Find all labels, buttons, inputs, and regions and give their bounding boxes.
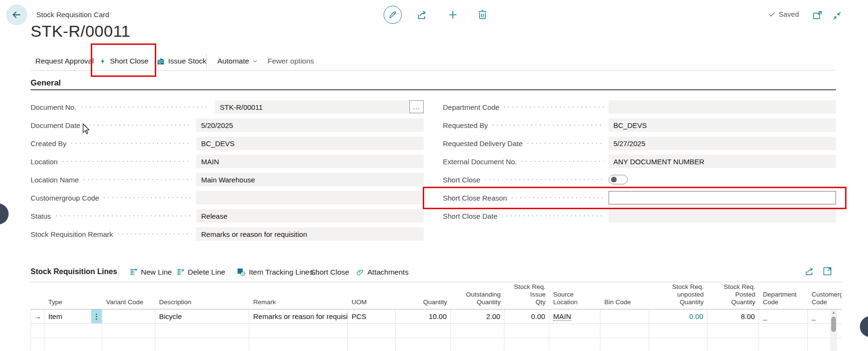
col-header-remark[interactable]: Remark <box>249 298 348 309</box>
col-header-department-code[interactable]: Department Code <box>759 291 808 309</box>
cell-remark[interactable]: Remarks or reason for requisiti... <box>249 309 348 323</box>
back-button[interactable] <box>6 4 27 25</box>
location-name-field[interactable]: Main Warehouse <box>196 173 424 186</box>
field-location: Location MAIN <box>31 155 424 168</box>
status-field[interactable]: Release <box>196 209 424 223</box>
cell-variant-code[interactable] <box>102 309 155 323</box>
col-header-quantity[interactable]: Quantity <box>396 298 451 309</box>
location-field[interactable]: MAIN <box>196 155 424 168</box>
col-header-variant-code[interactable]: Variant Code <box>102 298 155 309</box>
collapse-button[interactable] <box>832 11 842 21</box>
cell-stock-req-posted-quantity[interactable]: 8.00 <box>707 309 759 323</box>
col-header-bin-code[interactable]: Bin Code <box>600 298 649 309</box>
col-header-type[interactable]: Type <box>44 298 102 309</box>
col-header-uom[interactable]: UOM <box>348 298 396 309</box>
requested-delivery-date-field[interactable]: 5/27/2025 <box>609 137 836 150</box>
lines-section-heading[interactable]: Stock Requisition Lines <box>31 267 117 276</box>
document-no-field[interactable]: STK-R/00011 <box>215 100 424 114</box>
lines-grid: Type Variant Code Description Remark UOM… <box>31 284 842 351</box>
grid-row-empty[interactable] <box>31 324 842 338</box>
item-tracking-lines-button[interactable]: Item Tracking Lines... <box>237 268 319 277</box>
new-line-button[interactable]: New Line <box>129 268 172 277</box>
plus-icon <box>447 9 459 21</box>
delete-button[interactable] <box>477 9 488 20</box>
share-button[interactable] <box>417 9 428 21</box>
field-location-name: Location Name Main Warehouse <box>31 173 424 186</box>
cell-stock-req-issue-qty[interactable]: 0.00 <box>504 309 549 323</box>
grid-scrollbar[interactable]: ▲ <box>830 309 837 351</box>
col-header-source-location[interactable]: Source Location <box>549 291 600 309</box>
new-button[interactable] <box>447 9 459 21</box>
issue-stock-button[interactable]: Issue Stock <box>157 57 206 65</box>
assist-edit-button[interactable]: ... <box>409 100 424 113</box>
cell-description[interactable]: Bicycle <box>155 309 249 323</box>
item-tracking-icon <box>237 268 246 277</box>
scrollbar-up-arrow[interactable]: ▲ <box>830 309 837 316</box>
col-header-description[interactable]: Description <box>155 298 249 309</box>
field-created-by: Created By BC_DEVS <box>31 137 424 150</box>
general-section-heading[interactable]: General <box>31 78 61 88</box>
line-short-close-button[interactable]: Short Close <box>311 268 349 277</box>
cell-quantity[interactable]: 10.00 <box>396 309 451 323</box>
col-header-stock-req-issue-qty[interactable]: Stock Req. Issue Qty <box>504 283 549 309</box>
cell-department-code[interactable]: _ <box>759 309 808 323</box>
action-bar-divider <box>206 53 207 68</box>
cell-bin-code[interactable] <box>600 309 649 323</box>
fewer-options-button[interactable]: Fewer options <box>268 57 314 65</box>
open-in-window-icon <box>812 10 823 21</box>
delete-line-button[interactable]: Delete Line <box>176 268 225 277</box>
field-customergroup-code: Customergroup Code <box>31 191 424 204</box>
short-close-date-field[interactable] <box>609 209 836 223</box>
col-header-stock-req-posted-quantity[interactable]: Stock Req. Posted Quantity <box>707 283 759 309</box>
cell-type[interactable]: Item⋮ <box>44 309 102 323</box>
field-short-close-date: Short Close Date <box>443 209 836 223</box>
cell-stock-req-unposted-quantity[interactable]: 0.00 <box>649 309 707 323</box>
external-document-no-field[interactable]: ANY DOCUMENT NUMBER <box>609 155 836 168</box>
floating-widget-left[interactable] <box>0 203 9 224</box>
stock-requisition-remark-field[interactable]: Remarks or reason for requisition <box>196 227 424 241</box>
request-approval-button[interactable]: Request Approval <box>35 57 94 65</box>
grid-row-empty[interactable] <box>31 338 842 351</box>
created-by-field[interactable]: BC_DEVS <box>196 137 424 150</box>
row-menu-button[interactable]: ⋮ <box>91 309 102 323</box>
field-short-close-reason: Short Close Reason <box>443 191 836 204</box>
back-arrow-icon <box>11 10 22 20</box>
edit-button[interactable] <box>384 6 402 24</box>
customergroup-code-field[interactable] <box>196 191 424 204</box>
lines-share-button[interactable] <box>804 266 815 277</box>
short-close-toggle[interactable] <box>609 175 628 184</box>
field-requested-delivery-date: Requested Delivery Date 5/27/2025 <box>443 137 836 150</box>
field-stock-requisition-remark: Stock Requisition Remark Remarks or reas… <box>31 227 424 241</box>
col-header-outstanding-quantity[interactable]: Outstanding Quantity <box>451 291 504 309</box>
automate-menu[interactable]: Automate <box>217 57 258 65</box>
requested-by-field[interactable]: BC_DEVS <box>609 118 836 132</box>
short-close-button[interactable]: Short Close <box>99 57 149 65</box>
cell-outstanding-quantity[interactable]: 2.00 <box>451 309 504 323</box>
page-title: STK-R/00011 <box>31 22 130 41</box>
share-icon <box>417 9 428 21</box>
col-header-customergroup-code[interactable]: Customerg Code <box>808 291 842 309</box>
open-in-window-button[interactable] <box>812 10 823 21</box>
scrollbar-thumb[interactable] <box>831 317 836 332</box>
row-marker: → <box>31 309 44 323</box>
col-header-stock-req-unposted-quantity[interactable]: Stock Req. unposted Quantity <box>649 283 707 309</box>
general-section-underline <box>31 89 836 90</box>
floating-widget-right[interactable] <box>860 316 868 337</box>
attachments-button[interactable]: Attachments <box>356 268 408 277</box>
mouse-cursor <box>82 123 90 135</box>
department-code-field[interactable] <box>609 100 836 114</box>
chevron-down-icon <box>252 58 258 64</box>
cell-source-location[interactable]: MAIN <box>549 309 600 323</box>
checkmark-icon <box>768 11 776 18</box>
short-close-reason-input[interactable] <box>609 191 836 204</box>
lightning-icon <box>99 57 107 65</box>
cell-uom[interactable]: PCS <box>348 309 396 323</box>
focus-mode-button[interactable] <box>823 266 832 276</box>
field-short-close: Short Close <box>443 173 836 186</box>
action-bar-underline <box>31 70 836 71</box>
field-status: Status Release <box>31 209 424 223</box>
toggle-knob <box>611 177 617 182</box>
lines-share-icon <box>804 266 815 277</box>
document-date-field[interactable]: 5/20/2025 <box>196 118 424 132</box>
field-requested-by: Requested By BC_DEVS <box>443 118 836 132</box>
